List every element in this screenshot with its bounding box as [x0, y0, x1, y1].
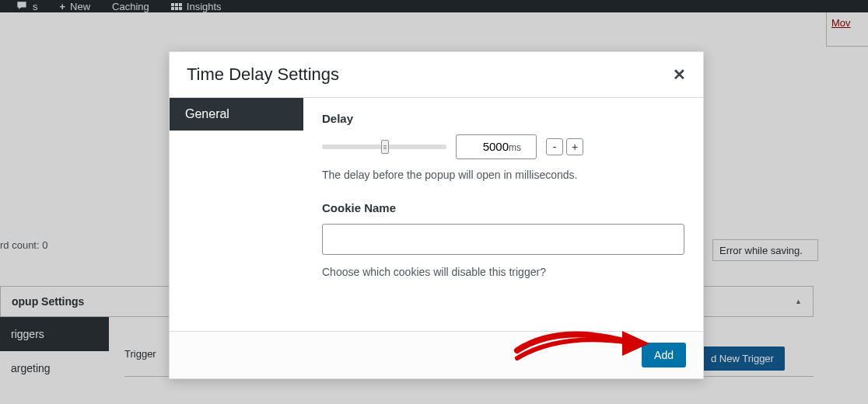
plus-icon: + — [60, 1, 66, 12]
toolbar-item-new[interactable]: + New — [60, 1, 91, 12]
delay-help-text: The delay before the popup will open in … — [322, 169, 684, 181]
modal-tabs: General — [170, 98, 303, 331]
delay-stepper: - + — [546, 138, 583, 155]
slider-thumb[interactable] — [381, 140, 389, 154]
modal-title: Time Delay Settings — [187, 64, 339, 85]
delay-input[interactable] — [471, 140, 509, 153]
delay-label: Delay — [322, 112, 684, 125]
cookie-name-input[interactable] — [322, 224, 684, 255]
comment-icon — [16, 0, 28, 14]
admin-toolbar: s + New Caching Insights — [0, 0, 868, 12]
toolbar-item-insights[interactable]: Insights — [171, 1, 222, 12]
modal-tab-general[interactable]: General — [170, 98, 303, 131]
toolbar-label: New — [70, 1, 90, 12]
delay-unit: ms — [509, 142, 521, 153]
toolbar-item-caching[interactable]: Caching — [112, 1, 149, 12]
add-button[interactable]: Add — [642, 343, 686, 367]
toolbar-label: Caching — [112, 1, 149, 12]
increment-button[interactable]: + — [566, 138, 583, 155]
page: Mov rd count: 0 Error while saving. opup… — [0, 12, 868, 404]
decrement-button[interactable]: - — [546, 138, 563, 155]
toolbar-item[interactable]: s — [16, 0, 38, 14]
close-icon[interactable]: ✕ — [673, 65, 686, 84]
cookie-name-label: Cookie Name — [322, 201, 684, 214]
delay-slider[interactable] — [322, 140, 446, 154]
toolbar-label: Insights — [187, 1, 222, 12]
toolbar-label: s — [33, 1, 38, 12]
time-delay-settings-modal: Time Delay Settings ✕ General Delay — [169, 51, 704, 379]
delay-input-wrap: ms — [456, 134, 537, 159]
cookie-help-text: Choose which cookies will disable this t… — [322, 266, 684, 278]
grid-icon — [171, 3, 182, 10]
